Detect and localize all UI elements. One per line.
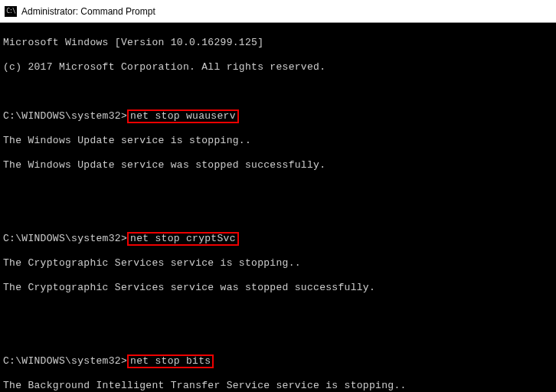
command-highlight: net stop wuauserv <box>127 109 239 123</box>
blank-line <box>3 306 553 318</box>
prompt: C:\WINDOWS\system32> <box>3 233 127 244</box>
output-line: The Windows Update service was stopped s… <box>3 159 553 172</box>
output-line: The Background Intelligent Transfer Serv… <box>3 380 553 392</box>
cmd-line: C:\WINDOWS\system32>net stop bits <box>3 355 553 368</box>
command-highlight: net stop cryptSvc <box>127 232 239 246</box>
prompt: C:\WINDOWS\system32> <box>3 355 127 367</box>
window-title: Administrator: Command Prompt <box>21 6 155 17</box>
command-highlight: net stop bits <box>127 354 214 368</box>
output-line: The Cryptographic Services service is st… <box>3 257 553 270</box>
copyright-line: (c) 2017 Microsoft Corporation. All righ… <box>3 61 553 74</box>
cmd-icon: C:\ <box>5 6 17 17</box>
cmd-line: C:\WINDOWS\system32>net stop cryptSvc <box>3 233 553 245</box>
blank-line <box>3 86 553 98</box>
output-line: The Cryptographic Services service was s… <box>3 282 553 294</box>
blank-line <box>3 208 553 220</box>
terminal-output[interactable]: Microsoft Windows [Version 10.0.16299.12… <box>0 23 556 392</box>
blank-line <box>3 331 553 343</box>
cmd-line: C:\WINDOWS\system32>net stop wuauserv <box>3 110 553 122</box>
output-line: The Windows Update service is stopping.. <box>3 135 553 147</box>
header-line: Microsoft Windows [Version 10.0.16299.12… <box>3 37 553 49</box>
blank-line <box>3 184 553 196</box>
prompt: C:\WINDOWS\system32> <box>3 110 127 122</box>
window-titlebar[interactable]: C:\ Administrator: Command Prompt <box>0 0 556 23</box>
